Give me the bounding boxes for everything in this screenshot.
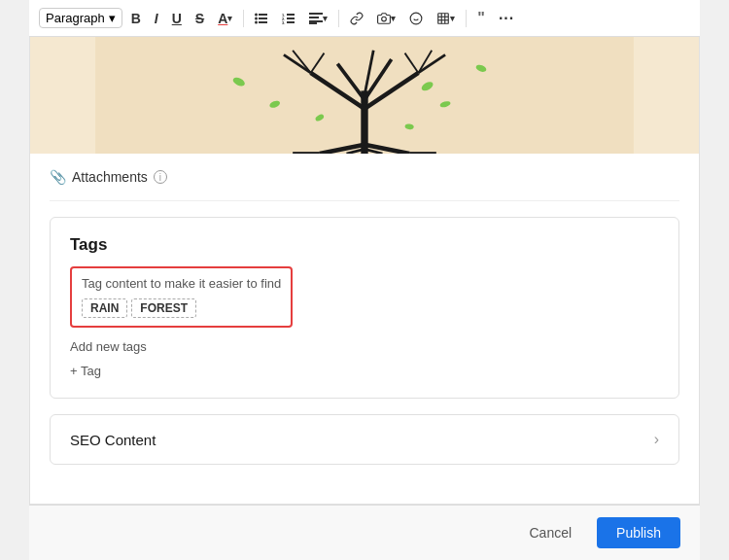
paragraph-dropdown[interactable]: Paragraph ▾ xyxy=(39,8,122,28)
svg-point-0 xyxy=(255,13,258,16)
numbered-list-icon: 1. 2. 3. xyxy=(282,13,295,24)
align-icon xyxy=(309,13,323,24)
separator2 xyxy=(338,10,339,27)
editor-content-area: 📎 Attachments i Tags Tag content to make… xyxy=(29,37,700,505)
svg-rect-13 xyxy=(309,17,319,18)
separator3 xyxy=(466,10,467,27)
svg-rect-3 xyxy=(259,18,267,19)
emoji-icon xyxy=(409,12,423,25)
svg-point-4 xyxy=(255,20,258,23)
info-icon[interactable]: i xyxy=(154,170,167,184)
more-button[interactable]: ··· xyxy=(494,7,519,30)
tags-list: RAIN FOREST xyxy=(82,298,281,318)
italic-button[interactable]: I xyxy=(150,8,163,29)
tags-input-container[interactable]: Tag content to make it easier to find RA… xyxy=(70,266,293,328)
tags-section: Tags Tag content to make it easier to fi… xyxy=(50,217,679,399)
svg-rect-1 xyxy=(259,14,267,16)
hero-image xyxy=(30,37,699,154)
bold-button[interactable]: B xyxy=(126,8,146,29)
tag-forest[interactable]: FOREST xyxy=(131,298,196,318)
editor-body: 📎 Attachments i Tags Tag content to make… xyxy=(30,37,699,465)
align-button[interactable]: ▾ xyxy=(304,10,332,27)
cancel-button[interactable]: Cancel xyxy=(513,517,587,548)
svg-rect-7 xyxy=(287,14,295,16)
seo-section[interactable]: SEO Content › xyxy=(50,414,679,465)
tag-rain[interactable]: RAIN xyxy=(82,298,127,318)
dropdown-arrow-icon: ▾ xyxy=(109,11,116,25)
strikethrough-button[interactable]: S xyxy=(191,8,209,29)
svg-rect-12 xyxy=(309,13,323,15)
camera-icon xyxy=(377,12,391,25)
text-color-button[interactable]: A ▾ xyxy=(213,8,237,29)
bullet-list-button[interactable] xyxy=(250,10,273,27)
svg-point-2 xyxy=(255,17,258,19)
add-tag-button[interactable]: + Tag xyxy=(70,362,101,380)
seo-title: SEO Content xyxy=(70,432,156,448)
publish-button[interactable]: Publish xyxy=(597,517,680,548)
editor-toolbar: Paragraph ▾ B I U S A ▾ 1. 2. xyxy=(29,0,700,37)
svg-rect-14 xyxy=(309,20,323,22)
chevron-right-icon: › xyxy=(654,431,659,448)
svg-rect-15 xyxy=(309,22,317,24)
svg-text:3.: 3. xyxy=(282,20,285,24)
quote-button[interactable]: " xyxy=(472,7,490,30)
svg-rect-9 xyxy=(287,18,295,19)
dropdown-small-icon: ▾ xyxy=(227,14,232,23)
add-new-tags-label: Add new tags xyxy=(70,339,659,354)
underline-button[interactable]: U xyxy=(167,8,187,29)
paperclip-icon: 📎 xyxy=(50,169,66,185)
footer-bar: Cancel Publish xyxy=(29,505,700,560)
table-icon xyxy=(436,12,450,25)
image-button[interactable]: ▾ xyxy=(372,9,400,28)
separator xyxy=(243,10,244,27)
bullet-list-icon xyxy=(255,13,268,24)
svg-point-17 xyxy=(410,13,422,24)
svg-point-16 xyxy=(382,17,387,21)
svg-rect-11 xyxy=(287,21,295,23)
svg-rect-20 xyxy=(438,13,449,23)
tags-title: Tags xyxy=(70,235,659,255)
tags-placeholder: Tag content to make it easier to find xyxy=(82,276,281,291)
attachments-label: Attachments xyxy=(72,169,148,185)
add-tag-label: + Tag xyxy=(70,364,101,378)
table-button[interactable]: ▾ xyxy=(432,9,460,28)
link-button[interactable] xyxy=(345,9,368,28)
attachments-section: 📎 Attachments i xyxy=(50,154,679,201)
paragraph-label: Paragraph xyxy=(46,11,105,25)
emoji-button[interactable] xyxy=(404,9,428,28)
svg-rect-5 xyxy=(259,21,267,23)
tree-illustration xyxy=(30,37,699,154)
numbered-list-button[interactable]: 1. 2. 3. xyxy=(277,10,300,27)
link-icon xyxy=(350,12,364,25)
